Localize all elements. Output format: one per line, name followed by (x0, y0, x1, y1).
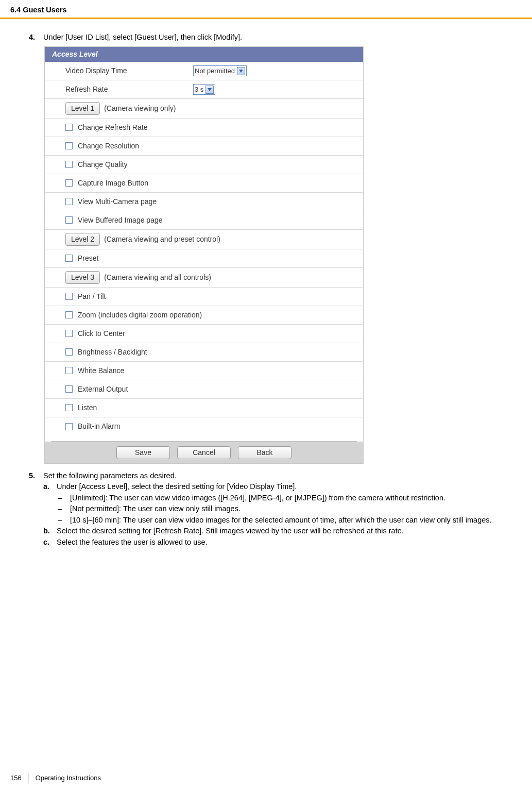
zoom-row[interactable]: Zoom (includes digital zoom operation) (45, 306, 363, 325)
pan-tilt-row[interactable]: Pan / Tilt (45, 288, 363, 306)
alarm-label: Built-in Alarm (78, 422, 120, 431)
panel-footer: Save Cancel Back (45, 442, 363, 463)
step-number: 4. (29, 32, 43, 43)
level2-row: Level 2 (Camera viewing and preset contr… (45, 230, 363, 249)
dash-bullet: – (57, 493, 70, 503)
white-balance-row[interactable]: White Balance (45, 362, 363, 380)
checkbox-icon[interactable] (65, 385, 73, 393)
click-center-row[interactable]: Click to Center (45, 325, 363, 343)
refresh-rate-value: 3 s (195, 85, 203, 94)
white-balance-label: White Balance (78, 366, 124, 376)
step-number: 5. (29, 471, 43, 548)
level1-row: Level 1 (Camera viewing only) (45, 99, 363, 119)
preset-row[interactable]: Preset (45, 249, 363, 268)
step-text: Under [User ID List], select [Guest User… (43, 32, 518, 43)
multi-camera-row[interactable]: View Multi-Camera page (45, 193, 363, 211)
refresh-rate-row: Refresh Rate 3 s (45, 80, 363, 99)
dash-text: [10 s]–[60 min]: The user can view video… (70, 515, 518, 526)
listen-row[interactable]: Listen (45, 399, 363, 417)
chevron-down-icon (237, 67, 245, 75)
checkbox-icon[interactable] (65, 311, 73, 318)
zoom-label: Zoom (includes digital zoom operation) (78, 310, 202, 320)
brightness-row[interactable]: Brightness / Backlight (45, 343, 363, 362)
access-level-panel: Access Level Video Display Time Not perm… (44, 46, 364, 463)
back-button[interactable]: Back (238, 446, 291, 459)
substep-a: a. Under [Access Level], select the desi… (43, 482, 518, 525)
dash-item: – [10 s]–[60 min]: The user can view vid… (57, 515, 518, 526)
checkbox-icon[interactable] (65, 348, 73, 356)
level3-button[interactable]: Level 3 (65, 271, 100, 284)
capture-image-label: Capture Image Button (78, 178, 148, 188)
dash-bullet: – (57, 504, 70, 514)
level1-desc: (Camera viewing only) (104, 104, 176, 113)
dash-bullet: – (57, 515, 70, 526)
change-refresh-row[interactable]: Change Refresh Rate (45, 119, 363, 137)
step-text: Set the following parameters as desired. (43, 471, 518, 481)
step-4: 4. Under [User ID List], select [Guest U… (29, 32, 518, 43)
substep-b: b. Select the desired setting for [Refre… (43, 526, 518, 536)
level3-row: Level 3 (Camera viewing and all controls… (45, 268, 363, 288)
level1-button[interactable]: Level 1 (65, 102, 100, 115)
chevron-down-icon (205, 86, 214, 94)
doc-title: Operating Instructions (36, 773, 101, 783)
change-quality-label: Change Quality (78, 160, 128, 170)
substep-text: Select the desired setting for [Refresh … (57, 526, 518, 536)
header-rule (0, 18, 532, 19)
panel-title: Access Level (45, 47, 363, 62)
level2-button[interactable]: Level 2 (65, 233, 100, 246)
video-display-label: Video Display Time (65, 66, 193, 76)
buffered-image-row[interactable]: View Buffered Image page (45, 211, 363, 230)
change-quality-row[interactable]: Change Quality (45, 156, 363, 174)
step-5: 5. Set the following parameters as desir… (29, 471, 518, 548)
capture-image-row[interactable]: Capture Image Button (45, 174, 363, 193)
substep-number: c. (43, 537, 57, 548)
dash-item: – [Unlimited]: The user can view video i… (57, 493, 518, 503)
checkbox-icon[interactable] (65, 423, 73, 430)
level3-desc: (Camera viewing and all controls) (104, 273, 211, 282)
checkbox-icon[interactable] (65, 367, 73, 374)
refresh-rate-select[interactable]: 3 s (193, 84, 215, 95)
refresh-rate-label: Refresh Rate (65, 85, 193, 94)
external-output-label: External Output (78, 384, 128, 394)
substep-c: c. Select the features the user is allow… (43, 537, 518, 548)
checkbox-icon[interactable] (65, 330, 73, 337)
checkbox-icon[interactable] (65, 216, 73, 224)
checkbox-icon[interactable] (65, 293, 73, 300)
checkbox-icon[interactable] (65, 255, 73, 262)
page-footer: 156 Operating Instructions (10, 773, 101, 783)
multi-camera-label: View Multi-Camera page (78, 197, 157, 207)
dash-item: – [Not permitted]: The user can view onl… (57, 504, 518, 514)
checkbox-icon[interactable] (65, 404, 73, 411)
save-button[interactable]: Save (116, 446, 170, 459)
buffered-image-label: View Buffered Image page (78, 215, 163, 225)
checkbox-icon[interactable] (65, 142, 73, 149)
change-refresh-label: Change Refresh Rate (78, 123, 147, 132)
checkbox-icon[interactable] (65, 198, 73, 205)
brightness-label: Brightness / Backlight (78, 347, 147, 357)
cancel-button[interactable]: Cancel (177, 446, 231, 459)
alarm-row[interactable]: Built-in Alarm (45, 417, 363, 436)
section-header: 6.4 Guest Users (0, 0, 532, 18)
substep-text: Under [Access Level], select the desired… (57, 482, 518, 492)
pan-tilt-label: Pan / Tilt (78, 292, 106, 301)
checkbox-icon[interactable] (65, 161, 73, 168)
click-center-label: Click to Center (78, 329, 125, 339)
dash-text: [Not permitted]: The user can view only … (70, 504, 518, 514)
external-output-row[interactable]: External Output (45, 380, 363, 399)
substep-text: Select the features the user is allowed … (57, 537, 518, 548)
checkbox-icon[interactable] (65, 124, 73, 131)
substep-number: b. (43, 526, 57, 536)
preset-label: Preset (78, 254, 98, 263)
listen-label: Listen (78, 403, 97, 413)
level2-desc: (Camera viewing and preset control) (104, 234, 220, 244)
change-resolution-row[interactable]: Change Resolution (45, 137, 363, 156)
substep-number: a. (43, 482, 57, 525)
change-resolution-label: Change Resolution (78, 141, 139, 151)
video-display-select[interactable]: Not permitted (193, 65, 247, 77)
page-number: 156 (10, 773, 28, 783)
video-display-row: Video Display Time Not permitted (45, 62, 363, 80)
dash-text: [Unlimited]: The user can view video ima… (70, 493, 518, 503)
checkbox-icon[interactable] (65, 179, 73, 187)
video-display-value: Not permitted (195, 66, 235, 76)
